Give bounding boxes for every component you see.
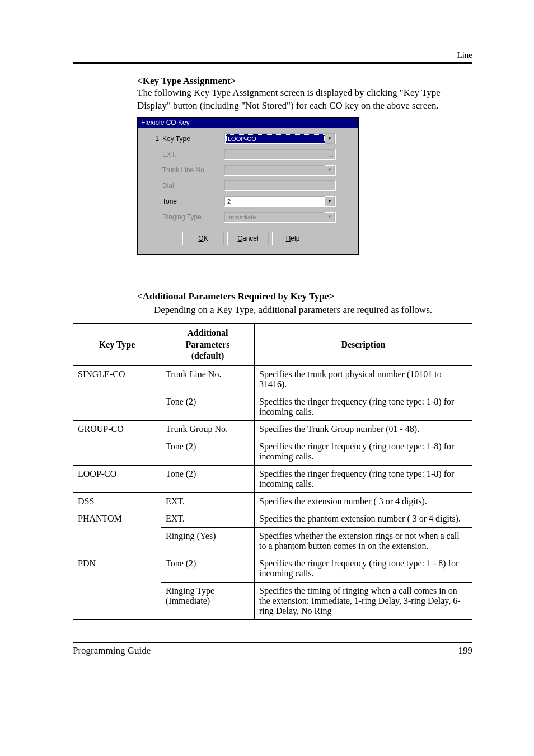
section1-text: The following Key Type Assignment screen…	[137, 87, 472, 112]
label-key-type: Key Type	[162, 135, 224, 143]
th-description: Description	[255, 323, 472, 365]
chevron-down-icon: ▼	[325, 212, 335, 222]
select-trunk: ▼	[224, 165, 336, 176]
input-dial	[224, 180, 336, 191]
th-key-type: Key Type	[73, 323, 161, 365]
parameters-table: Key Type Additional Parameters (default)…	[73, 323, 472, 620]
row-dial: Dial	[144, 180, 352, 191]
label-ringing: Ringing Type	[162, 213, 224, 221]
label-ext: EXT.	[162, 151, 224, 158]
table-row: SINGLE-CO Trunk Line No. Specifies the t…	[73, 366, 472, 393]
select-tone[interactable]: 2 ▼	[224, 196, 336, 207]
select-tone-value: 2	[226, 198, 325, 205]
section2-text: Depending on a Key Type, additional para…	[154, 304, 472, 316]
row-tone: Tone 2 ▼	[144, 196, 352, 207]
table-row: DSS EXT. Specifies the extension number …	[73, 493, 472, 510]
label-dial: Dial	[162, 182, 224, 190]
help-button[interactable]: Help	[272, 232, 313, 245]
flexible-co-key-dialog: Flexible CO Key 1 Key Type LOOP-CO ▼ EXT…	[137, 117, 359, 255]
chevron-down-icon: ▼	[325, 165, 335, 175]
select-key-type-value: LOOP-CO	[226, 134, 325, 143]
table-row: PDN Tone (2) Specifies the ringer freque…	[73, 555, 472, 583]
table-row: LOOP-CO Tone (2) Specifies the ringer fr…	[73, 466, 472, 493]
input-ext: ...	[224, 149, 336, 160]
th-additional: Additional Parameters (default)	[161, 323, 255, 365]
section1-title: <Key Type Assignment>	[137, 76, 472, 87]
footer-right: 199	[458, 645, 473, 656]
dialog-button-row: OK Cancel Help	[144, 227, 352, 251]
row-ringing: Ringing Type Immediate ▼	[144, 212, 352, 223]
footer-left: Programming Guide	[73, 645, 151, 656]
page-footer: Programming Guide 199	[73, 642, 472, 656]
row-trunk: Trunk Line No. ▼	[144, 165, 352, 176]
row-ext: EXT. ...	[144, 149, 352, 160]
label-trunk: Trunk Line No.	[162, 166, 224, 174]
top-rule	[73, 62, 472, 64]
ok-button[interactable]: OK	[182, 232, 224, 245]
cancel-button[interactable]: Cancel	[227, 232, 269, 245]
dialog-titlebar: Flexible CO Key	[138, 118, 358, 128]
row-number: 1	[144, 135, 162, 143]
label-tone: Tone	[162, 198, 224, 205]
select-key-type[interactable]: LOOP-CO ▼	[224, 133, 336, 144]
select-ringing-value: Immediate	[226, 214, 325, 220]
table-row: GROUP-CO Trunk Group No. Specifies the T…	[73, 421, 472, 438]
chevron-down-icon[interactable]: ▼	[325, 134, 335, 144]
header-right-text: Line	[73, 50, 472, 60]
row-key-type: 1 Key Type LOOP-CO ▼	[144, 133, 352, 144]
chevron-down-icon[interactable]: ▼	[325, 196, 335, 206]
section2-title: <Additional Parameters Required by Key T…	[137, 291, 472, 302]
select-ringing: Immediate ▼	[224, 212, 336, 223]
table-row: PHANTOM EXT. Specifies the phantom exten…	[73, 510, 472, 528]
